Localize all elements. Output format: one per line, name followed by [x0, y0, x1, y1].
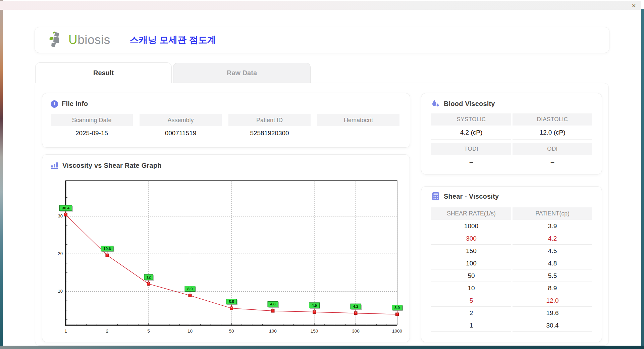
page-title: 스캐닝 모세관 점도계: [130, 34, 216, 46]
bv-value-systolic: 4.2 (cP): [431, 126, 511, 140]
table-row: 505.5: [431, 269, 592, 282]
cell-shear-rate: 150: [431, 245, 511, 257]
blood-viscosity-card: Blood Viscosity SYSTOLIC DIASTOLIC 4.2 (…: [421, 93, 602, 174]
svg-text:50: 50: [229, 329, 234, 334]
svg-text:10: 10: [58, 289, 63, 294]
shear-viscosity-title: Shear - Viscosity: [444, 193, 499, 200]
shear-viscosity-header: Shear - Viscosity: [431, 192, 499, 201]
bv-value-todi: –: [431, 155, 511, 169]
cell-patient: 5.5: [513, 269, 592, 282]
field-value: 2025-09-15: [51, 126, 133, 140]
file-info-field: Patient ID52581920300: [228, 114, 311, 140]
table-row: 512.0: [431, 294, 592, 307]
svg-text:5: 5: [147, 329, 150, 334]
bv-header-row: TODI ODI: [431, 143, 592, 155]
ubiosis-logo-icon: [49, 31, 65, 49]
table-row: 10003.9: [431, 220, 592, 232]
cell-patient: 4.8: [513, 257, 592, 269]
bv-value-diastolic: 12.0 (cP): [513, 126, 592, 140]
shear-viscosity-table: SHEAR RATE(1/s) PATIENT(cp) 10003.93004.…: [431, 207, 592, 332]
cell-patient: 12.0: [513, 294, 592, 307]
field-value: 000711519: [140, 126, 222, 140]
info-icon: i: [51, 100, 58, 108]
header-card: Ubiosis 스캐닝 모세관 점도계: [35, 27, 609, 53]
col-header-shear-rate: SHEAR RATE(1/s): [431, 207, 511, 220]
cell-patient: 30.4: [513, 319, 592, 332]
cell-patient: 3.9: [513, 220, 592, 232]
tab-result[interactable]: Result: [35, 62, 172, 83]
logo-letter-u: U: [68, 33, 77, 47]
close-icon[interactable]: ✕: [632, 3, 636, 8]
svg-text:1: 1: [64, 329, 67, 334]
window-titlebar: ✕: [0, 1, 641, 10]
svg-text:8.9: 8.9: [187, 287, 193, 291]
field-label: Scanning Date: [51, 114, 133, 126]
cell-shear-rate: 1: [431, 319, 511, 332]
blood-viscosity-header: Blood Viscosity: [431, 99, 495, 108]
tab-raw-data[interactable]: Raw Data: [173, 63, 311, 83]
svg-text:30.4: 30.4: [62, 206, 70, 210]
file-info-card: i File Info Scanning Date2025-09-15Assem…: [42, 93, 410, 148]
cell-shear-rate: 1000: [431, 220, 511, 232]
table-row: 1004.8: [431, 257, 592, 269]
bv-value-row: 4.2 (cP) 12.0 (cP): [431, 126, 592, 140]
field-label: Assembly: [140, 114, 222, 126]
table-row: 108.9: [431, 282, 592, 294]
bv-label-systolic: SYSTOLIC: [431, 113, 511, 126]
table-row: 130.4: [431, 319, 592, 332]
file-info-field: Hematocrit: [317, 114, 399, 140]
file-info-header: i File Info: [51, 100, 88, 108]
bv-label-diastolic: DIASTOLIC: [513, 113, 592, 126]
cell-shear-rate: 2: [431, 307, 511, 319]
viscosity-chart: 1020301251050100150300100030.419.6128.95…: [44, 175, 406, 341]
bv-value-odi: –: [513, 155, 592, 169]
file-info-field: Scanning Date2025-09-15: [51, 114, 133, 140]
field-label: Hematocrit: [317, 114, 399, 126]
svg-text:1000: 1000: [392, 329, 402, 334]
field-value: 52581920300: [228, 126, 311, 140]
shear-viscosity-card: Shear - Viscosity SHEAR RATE(1/s) PATIEN…: [421, 186, 602, 342]
table-row: 1504.5: [431, 245, 592, 257]
bv-label-todi: TODI: [431, 143, 511, 155]
cell-shear-rate: 300: [431, 232, 511, 245]
svg-text:100: 100: [269, 329, 277, 334]
droplets-icon: [431, 99, 440, 108]
ubiosis-logo: Ubiosis: [49, 31, 110, 49]
shear-table-header-row: SHEAR RATE(1/s) PATIENT(cp): [431, 207, 592, 220]
svg-text:12: 12: [147, 275, 151, 279]
col-header-patient: PATIENT(cp): [513, 207, 592, 220]
cell-patient: 4.2: [513, 232, 592, 245]
bar-chart-icon: [51, 161, 59, 169]
desktop-background-right: [641, 9, 644, 349]
svg-text:5.5: 5.5: [229, 300, 234, 304]
field-label: Patient ID: [228, 114, 311, 126]
cell-patient: 4.5: [513, 245, 592, 257]
svg-text:19.6: 19.6: [103, 247, 111, 251]
logo-text: Ubiosis: [68, 33, 110, 47]
cell-shear-rate: 10: [431, 282, 511, 294]
svg-text:20: 20: [58, 251, 63, 256]
svg-text:4.2: 4.2: [353, 304, 359, 308]
calculator-icon: [431, 192, 440, 201]
svg-text:4.5: 4.5: [312, 303, 317, 307]
cell-patient: 19.6: [513, 307, 592, 319]
bv-label-odi: ODI: [513, 143, 592, 155]
bv-header-row: SYSTOLIC DIASTOLIC: [431, 113, 592, 126]
table-row: 3004.2: [431, 232, 592, 245]
bv-value-row: – –: [431, 155, 592, 169]
file-info-title: File Info: [62, 100, 88, 108]
blood-viscosity-title: Blood Viscosity: [444, 100, 495, 108]
desktop-background-bottom: [0, 346, 644, 349]
graph-card: Viscosity vs Shear Rate Graph 1020301251…: [42, 154, 410, 342]
svg-text:300: 300: [352, 329, 360, 334]
blood-viscosity-table: SYSTOLIC DIASTOLIC 4.2 (cP) 12.0 (cP) TO…: [431, 113, 592, 169]
cell-shear-rate: 50: [431, 269, 511, 282]
cell-shear-rate: 5: [431, 294, 511, 307]
logo-letters-rest: biosis: [77, 33, 110, 47]
file-info-field: Assembly000711519: [140, 114, 222, 140]
shear-table-body: 10003.93004.21504.51004.8505.5108.9512.0…: [431, 220, 592, 332]
graph-title: Viscosity vs Shear Rate Graph: [62, 162, 162, 169]
graph-header: Viscosity vs Shear Rate Graph: [51, 161, 162, 169]
svg-text:150: 150: [311, 329, 318, 334]
desktop-background-left: [0, 0, 3, 349]
